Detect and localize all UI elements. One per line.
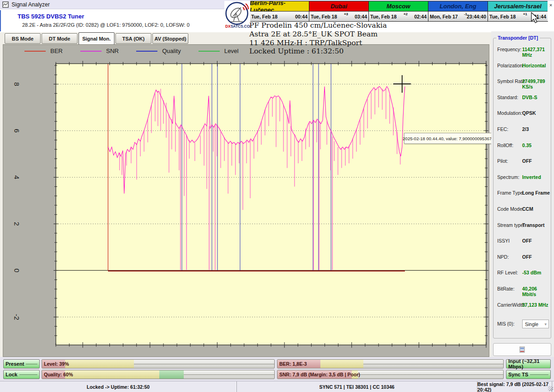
tp-label-modulation-: Modulation: [497, 110, 522, 116]
site-line-3: 11 426 MHz-H : TRP/TalkSport [249, 39, 387, 48]
bar-groove [184, 374, 274, 375]
bar-groove [363, 364, 503, 364]
tp-value-pilot-: OFF [522, 158, 532, 164]
world-clock-panel: Berlin-Paris-LučenecTue, Feb 1800:44Duba… [249, 1, 548, 22]
clock-utc-offset: +1 [523, 12, 527, 16]
clock-utc-offset: +3 [344, 12, 348, 16]
y-axis-label-4: 4 [13, 175, 21, 179]
tp-value-npd-: OFF [522, 254, 532, 260]
bar-segment [320, 360, 363, 368]
status-cell-0: Locked -> Uptime: 61:32:50 [0, 381, 237, 392]
bar-groove [358, 374, 503, 375]
mouse-cursor [531, 12, 539, 24]
tp-label-rf-level-: RF Level: [497, 270, 518, 275]
clock-close-button[interactable]: × [548, 1, 554, 21]
tp-value-standard-: DVB-S [522, 95, 537, 100]
bar-label: BER: 1,8E-3 [279, 360, 307, 368]
tp-label-carrierwidth-: CarrierWidth: [497, 302, 526, 308]
chevron-down-icon: ▾ [544, 322, 548, 327]
clock-time: 23:44:40 [467, 14, 486, 19]
clock-date: Mon, Feb 17 [430, 14, 458, 19]
y-axis-label-8: 8 [13, 82, 21, 86]
status-badge-lock: Lock [3, 370, 40, 379]
clock-date: Tue, Feb 18 [311, 14, 337, 19]
status-cell-2: Best signal: 7,9 dB (2025-02-17 20:42) [477, 381, 552, 392]
tp-value-carrierwidth-: 37,123 MHz [522, 302, 548, 308]
toolbar-button-bs-mode[interactable]: BS Mode [5, 33, 41, 44]
clock-time: 00:44 [295, 14, 307, 19]
bar-segment [65, 360, 133, 368]
tp-value-fec-: 2/3 [522, 126, 529, 132]
tp-label-pilot-: Pilot: [497, 158, 508, 164]
y-axis-label-6: 6 [13, 129, 21, 132]
bar-label: Level: 39% [44, 360, 69, 368]
bar-segment [65, 370, 159, 379]
progress-bar-snr: SNR: 7,9 dB (Margin: 3,5 dB | Poor) [277, 370, 504, 379]
clock-city-label: Jerusalem-Israel [488, 1, 548, 12]
toolbar-button-av-stopped-[interactable]: AV (Stopped) [152, 33, 188, 44]
clock-moscow: MoscowTue, Feb 18+202:44 [369, 1, 428, 21]
tp-label-mis: MIS (0): [497, 321, 514, 327]
tp-label-issyi: ISSYI [497, 238, 510, 244]
plot-area[interactable] [56, 64, 486, 345]
tp-value-issyi: OFF [522, 238, 532, 244]
clock-utc-offset: +2 [403, 12, 408, 16]
y-axis-label-2: 2 [13, 222, 21, 226]
tp-label-stream-type-: Stream type: [497, 222, 525, 228]
toolbar-button-tsa-ok-[interactable]: TSA (OK) [115, 33, 151, 44]
site-description: PF Prodelin 450 cm/Lučenec-Slovakia Astr… [249, 21, 387, 56]
svg-text:DXSATCS.COM: DXSATCS.COM [225, 24, 250, 29]
signal-chart[interactable]: -202468 [3, 45, 490, 357]
resize-grip[interactable] [548, 386, 553, 391]
bar-label: Quality: 60% [44, 370, 73, 379]
tp-value-rolloff-: 0.35 [522, 143, 531, 148]
badge-label: Input (~32,31 Mbps) [508, 358, 547, 369]
clock-berlin-paris-lu-enec: Berlin-Paris-LučenecTue, Feb 1800:44 [250, 1, 309, 21]
progress-bar-ber: BER: 1,8E-3 [277, 359, 504, 368]
clock-date: Tue, Feb 18 [251, 14, 277, 19]
stream-list-icon [519, 346, 525, 353]
status-bar: Locked -> Uptime: 61:32:50SYNC 571 | TEI… [0, 381, 554, 392]
window-edge-accent [0, 10, 1, 31]
dxsatcs-logo: DXSATCS.COM [224, 1, 250, 30]
badge-groove [26, 364, 37, 364]
clock-city-label: Berlin-Paris-Lučenec [250, 1, 309, 12]
logo-text-rest: SATCS.COM [230, 24, 250, 29]
clock-date: Tue, Feb 18 [489, 14, 516, 19]
tp-value-bitrate-: 40,206 Mbit/s [522, 286, 551, 297]
mis-dropdown[interactable]: Single▾ [522, 320, 549, 328]
badge-label: Sync TS [508, 372, 528, 377]
transponder-panel: Transponder [DT] Frequency:11427,371 MHz… [491, 31, 554, 357]
stream-details-button[interactable] [493, 343, 551, 356]
tp-value-stream-type-: Transport [522, 222, 544, 228]
bar-label: SNR: 7,9 dB (Margin: 3,5 dB | Poor) [279, 370, 360, 379]
y-axis-label-0: 0 [13, 268, 21, 272]
tp-label-spectrum-: Spectrum: [497, 174, 519, 180]
clock-date: Tue, Feb 18 [370, 14, 397, 19]
tp-label-fec-: FEC: [497, 126, 508, 132]
tp-label-frequency-: Frequency: [497, 47, 522, 52]
status-badge-sync-ts: Sync TS [506, 370, 551, 379]
app-icon [2, 1, 9, 8]
transponder-groupbox: Transponder [DT] Frequency:11427,371 MHz… [493, 38, 551, 339]
chart-container: BERSNRQualityLevel -202468 2025-02-18 00… [3, 44, 489, 357]
clock-time-row: Mon, Feb 17-123:44:40 [428, 12, 488, 21]
badge-label: Present [6, 361, 24, 367]
tuner-subtitle: 28.2E - Astra 2E/2F/2G (ID: 0282) @ LOF1… [22, 22, 190, 28]
toolbar-button-dt-mode[interactable]: DT Mode [42, 33, 78, 44]
site-line-1: PF Prodelin 450 cm/Lučenec-Slovakia [249, 21, 387, 30]
clock-time-row: Tue, Feb 18+303:44 [309, 12, 368, 21]
tp-label-polarization-: Polarization: [497, 63, 524, 68]
site-line-2: Astra 2E at 28.5°E_UK SPOT Beam [249, 30, 387, 39]
chart-tooltip: 2025-02-18 00.44.40, value: 7,9000000953… [404, 133, 495, 144]
tp-label-npd-: NPD: [497, 254, 509, 260]
clock-time-row: Tue, Feb 1800:44 [250, 12, 309, 21]
toolbar-button-signal-mon-[interactable]: Signal Mon. [78, 32, 114, 45]
toolbar: BS ModeDT ModeSignal Mon.TSA (OK)AV (Sto… [0, 32, 491, 44]
clock-utc-offset: -1 [464, 12, 467, 16]
badge-groove [19, 374, 37, 375]
tp-label-rolloff-: RollOff: [497, 143, 513, 148]
tp-label-frame-type-: Frame Type: [497, 190, 524, 196]
tp-label-standard-: Standard: [497, 95, 518, 100]
clock-city-label: London, Eng [428, 1, 488, 12]
